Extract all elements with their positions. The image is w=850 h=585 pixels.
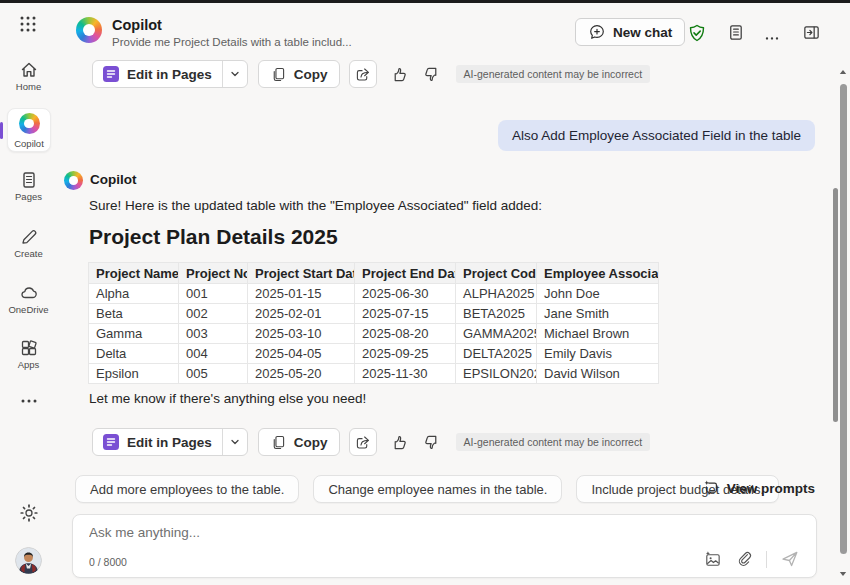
table-cell: 002 — [179, 304, 248, 324]
gear-icon — [19, 503, 39, 523]
copy-button[interactable]: Copy — [258, 60, 340, 88]
table-header-cell: Project Code — [456, 263, 537, 284]
character-counter: 0 / 8000 — [89, 556, 127, 568]
table-cell: John Doe — [537, 284, 659, 304]
user-avatar[interactable] — [0, 547, 57, 578]
thumbs-down-button[interactable] — [422, 433, 441, 452]
table-title: Project Plan Details 2025 — [89, 225, 338, 249]
notebook-button[interactable] — [726, 23, 746, 43]
send-button[interactable] — [780, 549, 800, 569]
view-prompts-label: View prompts — [727, 481, 815, 496]
copilot-logo-icon — [19, 113, 40, 134]
thread-subtitle: Provide me Project Details with a table … — [112, 36, 352, 48]
assistant-intro-text: Sure! Here is the updated table with the… — [89, 198, 542, 213]
more-dots-icon — [764, 36, 780, 41]
protection-status-button[interactable] — [687, 23, 707, 43]
share-icon — [354, 434, 371, 451]
new-chat-icon — [588, 23, 606, 41]
edit-in-pages-label: Edit in Pages — [127, 435, 212, 450]
app-title: Copilot — [112, 17, 162, 33]
edit-in-pages-dropdown-button[interactable] — [223, 429, 247, 456]
thumbs-up-button[interactable] — [390, 65, 409, 84]
pages-purple-icon — [103, 434, 119, 450]
project-table: Project Name Project No Project Start Da… — [88, 262, 659, 384]
table-header-cell: Employee Associated — [537, 263, 659, 284]
view-prompts-button[interactable]: View prompts — [702, 479, 815, 497]
sidebar-item-pages[interactable]: Pages — [0, 170, 57, 202]
sidebar: Home Copilot Pages Create OneDrive — [0, 3, 57, 585]
header-more-button[interactable] — [764, 27, 784, 47]
more-dots-icon — [20, 398, 38, 404]
pages-icon — [19, 170, 39, 190]
sidebar-item-create[interactable]: Create — [0, 227, 57, 259]
settings-button[interactable] — [0, 503, 57, 524]
table-cell: Delta — [89, 344, 179, 364]
table-cell: 2025-09-25 — [355, 344, 456, 364]
table-cell: Jane Smith — [537, 304, 659, 324]
thumbs-down-button[interactable] — [422, 65, 441, 84]
attach-file-button[interactable] — [735, 550, 753, 568]
table-cell: ALPHA2025 — [456, 284, 537, 304]
table-cell: 2025-03-10 — [248, 324, 355, 344]
notebook-icon — [726, 23, 745, 42]
sidebar-item-onedrive[interactable]: OneDrive — [0, 283, 57, 315]
table-row: Alpha 001 2025-01-15 2025-06-30 ALPHA202… — [89, 284, 659, 304]
scroll-up-arrow[interactable] — [839, 68, 847, 76]
table-cell: Michael Brown — [537, 324, 659, 344]
new-chat-label: New chat — [613, 25, 672, 40]
sidebar-item-label: Apps — [0, 359, 57, 370]
table-cell: 005 — [179, 364, 248, 384]
message-toolbar-top: Edit in Pages Copy — [92, 60, 650, 88]
table-cell: 2025-08-20 — [355, 324, 456, 344]
edit-in-pages-button[interactable]: Edit in Pages — [93, 66, 222, 82]
composer: 0 / 8000 — [72, 514, 817, 578]
table-cell: BETA2025 — [456, 304, 537, 324]
table-cell: DELTA2025 — [456, 344, 537, 364]
active-item-indicator — [0, 122, 3, 139]
table-cell: Epsilon — [89, 364, 179, 384]
prompts-sparkle-icon — [702, 479, 720, 497]
table-cell: 2025-04-05 — [248, 344, 355, 364]
suggestion-chip[interactable]: Add more employees to the table. — [75, 475, 299, 503]
table-cell: 2025-07-15 — [355, 304, 456, 324]
table-header-cell: Project End Date — [355, 263, 456, 284]
ai-disclaimer-badge: AI-generated content may be incorrect — [456, 65, 651, 83]
table-header-cell: Project No — [179, 263, 248, 284]
sidebar-item-label: Create — [0, 248, 57, 259]
page-scrollbar[interactable] — [837, 60, 849, 583]
table-cell: Alpha — [89, 284, 179, 304]
pencil-icon — [19, 227, 39, 247]
new-chat-button[interactable]: New chat — [575, 18, 685, 46]
page-scrollbar-thumb[interactable] — [840, 84, 847, 554]
edit-in-pages-dropdown-button[interactable] — [223, 61, 247, 88]
assistant-outro-text: Let me know if there's anything else you… — [89, 391, 366, 406]
table-cell: Emily Davis — [537, 344, 659, 364]
chat-input[interactable] — [89, 525, 609, 540]
pages-purple-icon — [103, 66, 119, 82]
copy-button[interactable]: Copy — [258, 428, 340, 456]
sidebar-item-apps[interactable]: Apps — [0, 338, 57, 370]
copilot-app-window: Home Copilot Pages Create OneDrive — [0, 0, 850, 585]
share-button[interactable] — [349, 60, 377, 88]
scroll-down-arrow[interactable] — [839, 570, 847, 578]
add-image-button[interactable] — [703, 550, 722, 569]
suggestion-chip[interactable]: Change employee names in the table. — [313, 475, 562, 503]
thumbs-up-button[interactable] — [390, 433, 409, 452]
copy-icon — [270, 66, 287, 83]
table-cell: 2025-02-01 — [248, 304, 355, 324]
app-launcher-button[interactable] — [18, 14, 38, 34]
table-row: Beta 002 2025-02-01 2025-07-15 BETA2025 … — [89, 304, 659, 324]
edit-in-pages-button[interactable]: Edit in Pages — [93, 434, 222, 450]
table-cell: David Wilson — [537, 364, 659, 384]
table-cell: Gamma — [89, 324, 179, 344]
open-panel-button[interactable] — [802, 23, 822, 43]
table-row: Epsilon 005 2025-05-20 2025-11-30 EPSILO… — [89, 364, 659, 384]
chevron-down-icon — [229, 68, 241, 80]
share-button[interactable] — [349, 428, 377, 456]
table-cell: 001 — [179, 284, 248, 304]
sidebar-item-home[interactable]: Home — [0, 60, 57, 92]
message-toolbar-bottom: Edit in Pages Copy — [92, 428, 650, 456]
sidebar-item-copilot[interactable]: Copilot — [7, 108, 51, 152]
sidebar-more-button[interactable] — [0, 391, 57, 407]
user-message-bubble: Also Add Employee Associated Field in th… — [498, 120, 815, 151]
